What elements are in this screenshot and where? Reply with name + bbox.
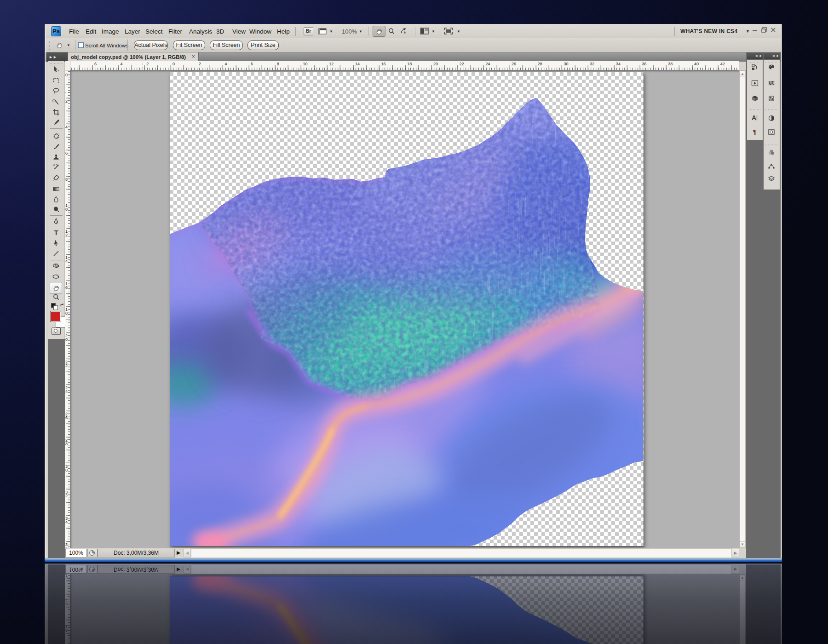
svg-text:fx: fx	[770, 96, 774, 101]
svg-text:¶: ¶	[753, 128, 757, 136]
svg-text:T: T	[54, 229, 58, 236]
svg-text:A: A	[752, 114, 756, 121]
